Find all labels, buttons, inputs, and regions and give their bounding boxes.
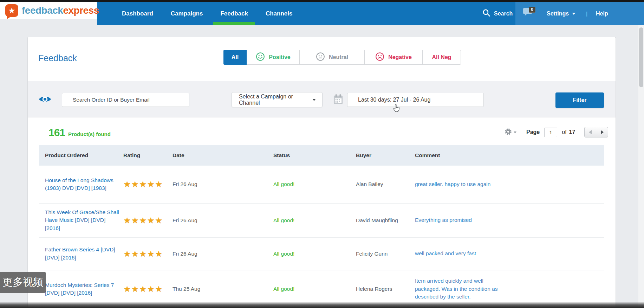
page-title: Feedback (38, 53, 77, 63)
scrollbar-thumb[interactable] (639, 27, 643, 87)
header-right-panel: 0 Settings | Help (515, 2, 644, 25)
gear-icon (505, 128, 512, 137)
next-page-button[interactable] (596, 127, 608, 137)
brand-logo[interactable]: ★ feedbackexpress (0, 2, 97, 19)
notifications-button[interactable]: 0 (523, 8, 539, 20)
buyer-name: Helena Rogers (356, 286, 415, 292)
settings-menu[interactable]: Settings (547, 11, 575, 17)
tab-positive[interactable]: Positive (247, 50, 300, 64)
feedback-date: Fri 26 Aug (173, 251, 273, 257)
chevron-down-icon (572, 13, 575, 15)
results-count-number: 161 (48, 127, 65, 139)
tab-all[interactable]: All (223, 50, 247, 65)
tab-negative[interactable]: Negative (365, 50, 423, 64)
help-link[interactable]: Help (596, 11, 608, 17)
page-number-input[interactable] (544, 128, 557, 137)
rating-stars: ★★★★★ (123, 249, 173, 259)
tab-negative-label: Negative (388, 54, 412, 60)
results-count-label: Product(s) found (68, 131, 111, 137)
filter-button[interactable]: Filter (555, 92, 604, 108)
page-nav-buttons (584, 127, 608, 137)
col-header-buyer: Buyer (356, 152, 415, 159)
logo-underlay (0, 19, 97, 25)
page-label: Page (526, 129, 540, 135)
feedback-status: All good! (273, 286, 356, 292)
notification-count-badge: 0 (529, 7, 535, 13)
tab-all-label: All (232, 54, 239, 60)
top-navigation-bar: ★ feedbackexpress Dashboard Campaigns Fe… (0, 2, 644, 25)
total-pages: 17 (569, 129, 575, 135)
feedback-status: All good! (273, 251, 356, 257)
comment-link[interactable]: Item arrived quickly and well packaged. … (415, 277, 503, 301)
feedback-date: Thu 25 Aug (173, 286, 273, 292)
results-count: 161 Product(s) found (48, 127, 111, 139)
vertical-scrollbar[interactable] (638, 25, 644, 308)
header-search-button[interactable]: Search (482, 2, 513, 25)
hand-pointer-cursor (392, 103, 401, 114)
nav-item-feedback[interactable]: Feedback (220, 2, 248, 25)
table-settings-button[interactable] (505, 128, 516, 137)
filter-bar: Select a Campaign or Channel Last 30 day… (28, 81, 616, 117)
comment-link[interactable]: well packed and very fast (415, 250, 503, 257)
table-header-row: Product Ordered Rating Date Status Buyer… (39, 145, 604, 166)
buyer-name: Alan Bailey (356, 181, 415, 187)
app-screen: ★ feedbackexpress Dashboard Campaigns Fe… (0, 0, 644, 308)
rating-stars: ★★★★★ (123, 216, 173, 225)
header-divider: | (586, 11, 587, 17)
results-bar: 161 Product(s) found Page of 17 (28, 117, 616, 145)
previous-page-button[interactable] (585, 127, 596, 137)
eye-icon[interactable] (38, 94, 52, 105)
more-videos-overlay[interactable]: 更多视频 (0, 272, 46, 293)
table-row: House of the Long Shadows (1983) DVD [DV… (39, 166, 604, 204)
search-label: Search (494, 11, 513, 17)
main-nav: Dashboard Campaigns Feedback Channels (121, 2, 293, 25)
feedback-table: Product Ordered Rating Date Status Buyer… (39, 145, 604, 308)
brand-word-feedback: feedback (22, 5, 63, 16)
tab-positive-label: Positive (269, 54, 290, 60)
tab-neutral[interactable]: Neutral (300, 50, 365, 64)
settings-label: Settings (547, 11, 569, 17)
smiley-negative-icon (375, 52, 384, 63)
feedback-status: All good! (273, 217, 356, 224)
buyer-name: Felicity Gunn (356, 251, 415, 257)
letterbox-bottom (0, 302, 644, 308)
tab-all-neg-label: All Neg (432, 54, 451, 60)
nav-item-dashboard[interactable]: Dashboard (121, 2, 154, 25)
col-header-product: Product Ordered (45, 152, 123, 159)
search-order-input[interactable] (62, 93, 189, 107)
star-glyph: ★ (8, 6, 15, 15)
date-range-value: Last 30 days: 27 Jul - 26 Aug (358, 97, 430, 103)
of-label: of (562, 129, 566, 135)
smiley-positive-icon (256, 52, 265, 63)
tab-neutral-label: Neutral (329, 54, 348, 60)
arrow-right-icon (601, 130, 604, 134)
chevron-down-icon (312, 99, 316, 101)
chevron-down-icon (514, 131, 516, 133)
smiley-neutral-icon (316, 52, 325, 63)
product-link[interactable]: This Week Of Grace/She Shall Have Music … (45, 208, 120, 232)
buyer-name: David Maughfling (356, 217, 415, 224)
letterbox-top (0, 0, 644, 2)
search-icon (482, 8, 491, 19)
calendar-icon[interactable] (333, 94, 343, 106)
feedback-card: Feedback All Positive Neutral (27, 37, 616, 308)
campaign-channel-select[interactable]: Select a Campaign or Channel (232, 92, 323, 107)
rating-stars: ★★★★★ (123, 179, 173, 189)
date-range-field[interactable]: Last 30 days: 27 Jul - 26 Aug (347, 93, 484, 107)
arrow-left-icon (589, 130, 592, 134)
product-link[interactable]: Murdoch Mysteries: Series 7 [DVD] [DVD] … (45, 281, 120, 297)
comment-link[interactable]: Everything as promised (415, 216, 503, 224)
nav-item-channels[interactable]: Channels (265, 2, 293, 25)
pagination-controls: Page of 17 (505, 127, 608, 137)
product-link[interactable]: Father Brown Series 4 [DVD] [DVD] [2016] (45, 246, 120, 262)
table-row: Father Brown Series 4 [DVD] [DVD] [2016]… (39, 238, 604, 270)
sentiment-tabs: All Positive Neutral (223, 50, 461, 65)
tab-all-neg[interactable]: All Neg (423, 50, 461, 64)
product-link[interactable]: House of the Long Shadows (1983) DVD [DV… (45, 177, 120, 192)
nav-item-campaigns[interactable]: Campaigns (170, 2, 204, 25)
col-header-comment: Comment (415, 152, 604, 159)
table-row: This Week Of Grace/She Shall Have Music … (39, 204, 604, 238)
feedback-date: Fri 26 Aug (173, 217, 273, 224)
comment-link[interactable]: great seller. happy to use again (415, 180, 503, 188)
col-header-rating: Rating (123, 152, 173, 159)
